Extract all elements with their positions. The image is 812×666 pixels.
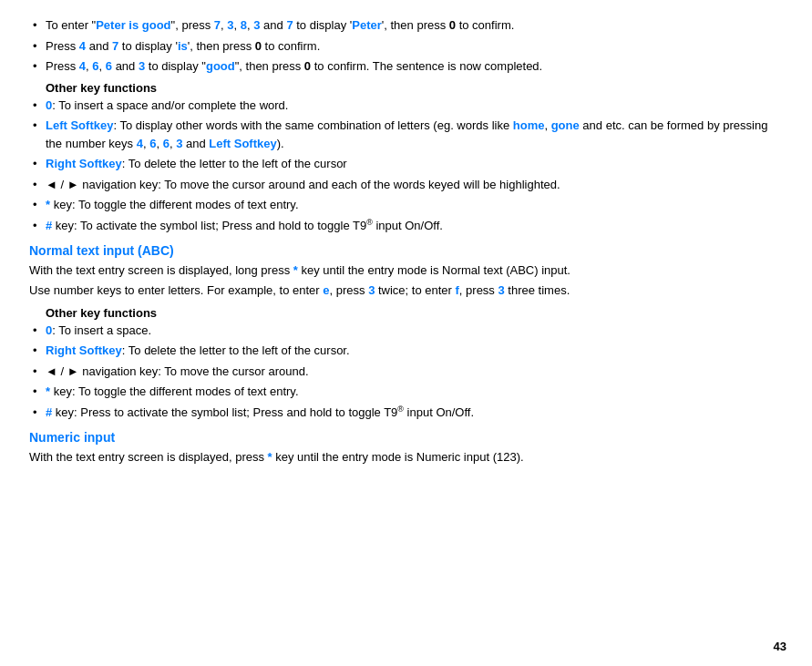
intro-bullet-list: To enter "Peter is good", press 7, 3, 8,… (29, 16, 783, 76)
bullet-star-key: * key: To toggle the different modes of … (29, 196, 783, 214)
keys-4663: 4 (137, 137, 143, 150)
right-softkey-normal: Right Softkey (46, 343, 122, 357)
key-3: 3 (227, 18, 233, 32)
bullet-star-key-2: * key: To toggle the different modes of … (29, 383, 783, 401)
hash-key-normal: # (46, 405, 52, 419)
key-0: 0 (449, 18, 456, 32)
key-8: 8 (241, 18, 247, 32)
page-number: 43 (774, 640, 786, 653)
key-7c: 7 (112, 39, 118, 53)
key-4a: 4 (79, 39, 86, 53)
right-softkey-label: Right Softkey (46, 157, 122, 170)
keys-4663d: 3 (176, 137, 182, 150)
key-3c: 3 (139, 59, 145, 73)
display-peter: Peter (352, 18, 382, 32)
display-is: is (178, 39, 188, 53)
other-key-functions-list-1: 0: To insert a space and/or complete the… (29, 97, 783, 235)
letter-f: f (456, 283, 459, 297)
display-good: good (206, 59, 235, 73)
other-key-functions-list-2: 0: To insert a space. Right Softkey: To … (29, 322, 783, 422)
bullet-nav-key: ◄ / ► navigation key: To move the cursor… (29, 176, 783, 194)
nav-left-icon-2: ◄ (46, 364, 57, 378)
key-6a: 6 (92, 59, 98, 73)
numeric-input-heading: Numeric input (29, 430, 783, 445)
bullet-right-softkey-2: Right Softkey: To delete the letter to t… (29, 342, 783, 360)
key-0-label: 0 (46, 98, 52, 112)
normal-text-input-heading: Normal text input (ABC) (29, 243, 783, 258)
keys-4663c: 6 (163, 137, 170, 150)
word-home: home (513, 118, 545, 132)
letter-e: e (323, 283, 329, 297)
bullet-0-space-2: 0: To insert a space. (29, 322, 783, 340)
bullet-hash-key-2: # key: Press to activate the symbol list… (29, 404, 783, 422)
left-softkey-label: Left Softkey (46, 118, 113, 132)
bullet-press-4-7: Press 4 and 7 to display 'is', then pres… (29, 37, 783, 56)
bullet-peter-is-good: To enter "Peter is good", press 7, 3, 8,… (29, 16, 783, 35)
key-7: 7 (214, 18, 221, 32)
nav-right-icon-2: ► (67, 364, 79, 378)
keys-4663b: 6 (149, 137, 156, 150)
bullet-right-softkey: Right Softkey: To delete the letter to t… (29, 155, 783, 173)
key-4b: 4 (79, 59, 86, 73)
key-0c: 0 (304, 59, 311, 73)
bullet-press-4663: Press 4, 6, 6 and 3 to display "good", t… (29, 57, 783, 76)
key-7b: 7 (286, 18, 293, 32)
bullet-hash-key: # key: To activate the symbol list; Pres… (29, 217, 783, 235)
normal-text-para1: With the text entry screen is displayed,… (29, 261, 783, 280)
star-key-numeric: * (268, 450, 272, 464)
hash-key-label: # (46, 219, 52, 232)
text-peter-is-good: Peter is good (96, 18, 170, 32)
other-key-functions-heading-2: Other key functions (46, 306, 783, 320)
bullet-left-softkey: Left Softkey: To display other words wit… (29, 117, 783, 152)
key-6b: 6 (106, 59, 112, 73)
nav-right-icon: ► (67, 178, 79, 191)
numeric-input-para: With the text entry screen is displayed,… (29, 448, 783, 466)
key-3-normal: 3 (368, 283, 375, 297)
bullet-nav-key-2: ◄ / ► navigation key: To move the cursor… (29, 363, 783, 381)
normal-text-para2: Use number keys to enter letters. For ex… (29, 282, 783, 300)
key-0b: 0 (255, 39, 262, 53)
star-key-normal: * (293, 263, 298, 277)
key-3b: 3 (253, 18, 260, 32)
key-0-normal: 0 (46, 323, 52, 337)
star-key-label: * (46, 198, 50, 211)
bullet-0-space: 0: To insert a space and/or complete the… (29, 97, 783, 115)
word-gone: gone (551, 118, 580, 132)
star-key-normal2: * (46, 384, 50, 398)
nav-left-icon: ◄ (46, 178, 57, 191)
key-3-normal2: 3 (498, 283, 504, 297)
other-key-functions-heading-1: Other key functions (46, 81, 783, 95)
left-softkey-ref: Left Softkey (209, 137, 276, 150)
